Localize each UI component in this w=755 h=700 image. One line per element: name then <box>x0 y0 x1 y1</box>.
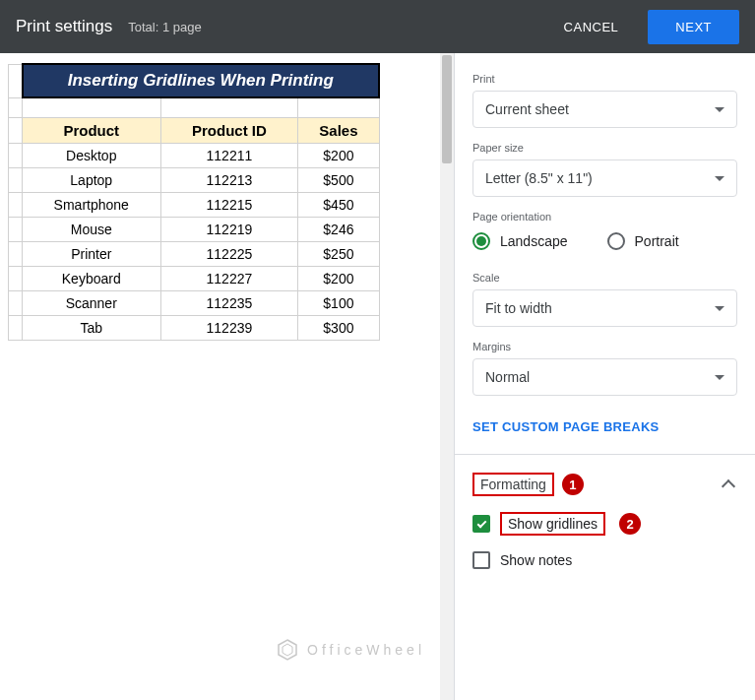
cell: 112239 <box>160 315 298 340</box>
cell: 112213 <box>160 167 298 192</box>
cell: Mouse <box>23 217 161 241</box>
cell: 112219 <box>160 217 298 241</box>
cell: 112225 <box>160 241 298 266</box>
radio-selected-icon <box>472 232 490 250</box>
scale-dropdown[interactable]: Fit to width <box>472 289 737 327</box>
scale-value: Fit to width <box>485 300 552 316</box>
chevron-up-icon <box>722 479 735 493</box>
margins-dropdown[interactable]: Normal <box>472 358 737 396</box>
annotation-badge-1: 1 <box>562 474 584 495</box>
cancel-button[interactable]: CANCEL <box>546 10 637 44</box>
cell: $250 <box>298 241 379 266</box>
cell: 112215 <box>160 192 298 217</box>
annotation-badge-2: 2 <box>619 513 641 535</box>
set-custom-page-breaks-link[interactable]: SET CUSTOM PAGE BREAKS <box>472 419 660 434</box>
cell: $200 <box>298 143 379 167</box>
cell: $246 <box>298 217 379 241</box>
cell: 112227 <box>160 266 298 290</box>
formatting-title: Formatting <box>472 473 554 496</box>
cell: Smartphone <box>23 192 161 217</box>
paper-size-dropdown[interactable]: Letter (8.5" x 11") <box>472 159 737 197</box>
print-label: Print <box>472 73 737 85</box>
show-gridlines-label: Show gridlines <box>500 512 605 536</box>
cell: $100 <box>298 290 379 315</box>
cell: $500 <box>298 167 379 192</box>
next-button[interactable]: NEXT <box>648 10 739 44</box>
show-notes-label: Show notes <box>500 552 572 568</box>
paper-value: Letter (8.5" x 11") <box>485 170 593 186</box>
margins-label: Margins <box>472 341 737 352</box>
col-header: Product <box>23 117 161 143</box>
preview-scrollbar[interactable] <box>440 53 454 700</box>
caret-down-icon <box>715 375 724 380</box>
checkmark-icon <box>476 518 486 528</box>
preview-table: Inserting Gridlines When Printing Produc… <box>8 63 380 341</box>
caret-down-icon <box>715 176 724 181</box>
caret-down-icon <box>715 306 724 311</box>
caret-down-icon <box>715 107 724 112</box>
page-subtitle: Total: 1 page <box>128 20 201 34</box>
portrait-label: Portrait <box>635 233 679 249</box>
margins-value: Normal <box>485 369 530 385</box>
sheet-title: Inserting Gridlines When Printing <box>23 64 380 97</box>
landscape-label: Landscape <box>500 233 568 249</box>
print-dropdown[interactable]: Current sheet <box>472 91 737 128</box>
formatting-section-header[interactable]: Formatting 1 <box>472 465 737 504</box>
orientation-landscape-radio[interactable]: Landscape <box>472 232 568 250</box>
show-gridlines-checkbox[interactable] <box>472 515 490 533</box>
cell: $200 <box>298 266 379 290</box>
cell: $300 <box>298 315 379 340</box>
cell: $450 <box>298 192 379 217</box>
print-value: Current sheet <box>485 101 569 117</box>
col-header: Product ID <box>160 117 298 143</box>
col-header: Sales <box>298 117 379 143</box>
cell: Keyboard <box>23 266 161 290</box>
cell: Scanner <box>23 290 161 315</box>
cell: 112211 <box>160 143 298 167</box>
paper-label: Paper size <box>472 142 737 154</box>
orientation-portrait-radio[interactable]: Portrait <box>607 232 679 250</box>
scale-label: Scale <box>472 272 737 284</box>
header-bar: Print settings Total: 1 page CANCEL NEXT <box>0 0 755 53</box>
radio-unselected-icon <box>607 232 625 250</box>
cell: 112235 <box>160 290 298 315</box>
orientation-label: Page orientation <box>472 211 737 223</box>
print-preview-pane: Inserting Gridlines When Printing Produc… <box>0 53 454 700</box>
cell: Tab <box>23 315 161 340</box>
cell: Laptop <box>23 167 161 192</box>
divider <box>455 454 755 455</box>
cell: Desktop <box>23 143 161 167</box>
page-title: Print settings <box>16 17 112 36</box>
settings-panel: Print Current sheet Paper size Letter (8… <box>454 53 755 700</box>
cell: Printer <box>23 241 161 266</box>
show-notes-checkbox[interactable] <box>472 551 490 569</box>
